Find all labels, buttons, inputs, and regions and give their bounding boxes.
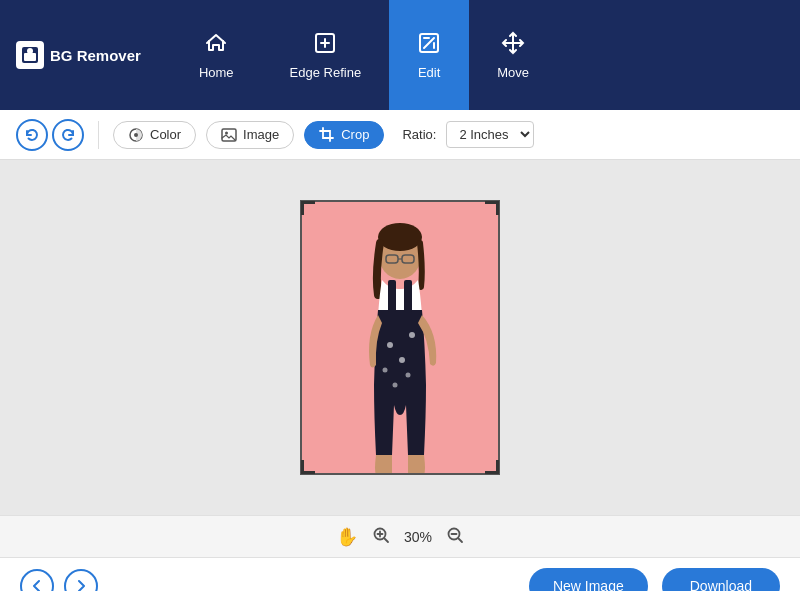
image-icon [221,127,237,143]
tab-move-label: Move [497,65,529,80]
zoom-out-icon[interactable] [446,526,464,548]
home-icon [204,31,228,59]
tab-edit[interactable]: Edit [389,0,469,110]
move-icon [501,31,525,59]
tab-home-label: Home [199,65,234,80]
zoom-value: 30% [404,529,432,545]
svg-point-21 [393,383,398,388]
svg-rect-15 [404,280,412,312]
toolbar: Color Image Crop Ratio: 2 Inches 1 Inch … [0,110,800,160]
svg-point-16 [387,342,393,348]
svg-point-8 [225,131,228,134]
svg-point-19 [383,368,388,373]
svg-point-2 [27,48,33,54]
tab-edge-refine-label: Edge Refine [290,65,362,80]
prev-button[interactable] [20,569,54,592]
edit-icon [417,31,441,59]
hand-tool-icon[interactable]: ✋ [336,526,358,548]
footer-nav [20,569,98,592]
svg-point-20 [406,373,411,378]
svg-rect-1 [24,53,36,61]
crop-label: Crop [341,127,369,142]
tab-move[interactable]: Move [469,0,557,110]
ratio-label: Ratio: [402,127,436,142]
new-image-button[interactable]: New Image [529,568,648,592]
footer-actions: New Image Download [529,568,780,592]
next-button[interactable] [64,569,98,592]
canvas-area [0,160,800,515]
tab-edit-label: Edit [418,65,440,80]
image-label: Image [243,127,279,142]
edge-refine-icon [313,31,337,59]
footer: New Image Download [0,557,800,591]
image-button[interactable]: Image [206,121,294,149]
color-label: Color [150,127,181,142]
logo-icon [16,41,44,69]
divider-1 [98,121,99,149]
app-title: BG Remover [50,47,141,64]
header: BG Remover Home Edge Refine [0,0,800,110]
image-container [300,200,500,475]
svg-point-6 [134,133,138,137]
undo-button[interactable] [16,119,48,151]
svg-rect-14 [388,280,396,312]
svg-line-27 [459,538,463,542]
download-button[interactable]: Download [662,568,780,592]
svg-point-17 [399,357,405,363]
app-logo: BG Remover [16,41,141,69]
svg-line-23 [384,538,388,542]
nav-tabs: Home Edge Refine Edit [171,0,557,110]
crop-icon [319,127,335,143]
svg-point-10 [378,223,422,251]
redo-button[interactable] [52,119,84,151]
ratio-select[interactable]: 2 Inches 1 Inch 4 Inches Custom [446,121,534,148]
color-icon [128,127,144,143]
crop-button[interactable]: Crop [304,121,384,149]
tab-home[interactable]: Home [171,0,262,110]
zoom-in-icon[interactable] [372,526,390,548]
svg-point-18 [409,332,415,338]
undo-redo-group [16,119,84,151]
zoom-bar: ✋ 30% [0,515,800,557]
color-button[interactable]: Color [113,121,196,149]
subject-figure [330,215,470,475]
tab-edge-refine[interactable]: Edge Refine [262,0,390,110]
